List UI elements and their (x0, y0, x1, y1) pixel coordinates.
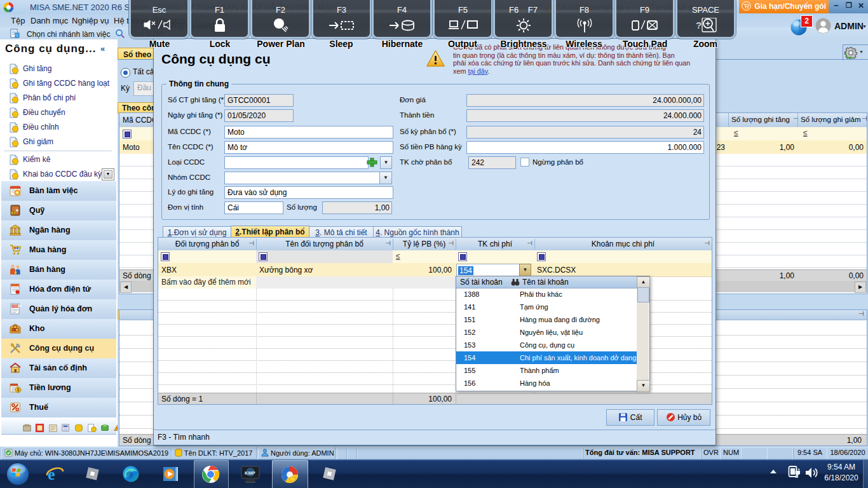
svg-text:KMP: KMP (245, 470, 255, 476)
svg-text:$: $ (12, 211, 14, 215)
svg-text:HÓA ĐƠN: HÓA ĐƠN (12, 304, 22, 308)
svg-text:$: $ (17, 388, 20, 393)
svg-text:?: ? (696, 20, 702, 30)
svg-text:e: e (48, 465, 55, 483)
